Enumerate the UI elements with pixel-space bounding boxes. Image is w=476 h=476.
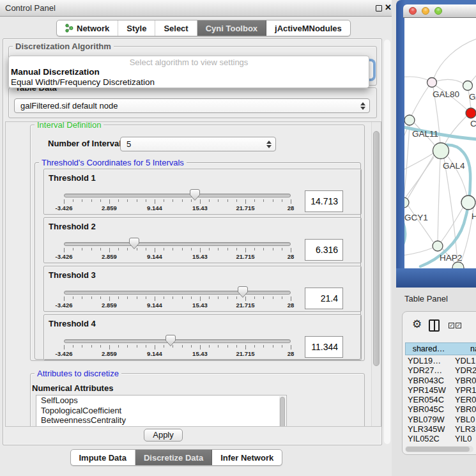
tab-jactivemnodules[interactable]: jActiveMNodules (266, 20, 350, 36)
close-icon[interactable]: ✕ (385, 3, 392, 12)
network-icon (65, 24, 73, 33)
tab-impute-data[interactable]: Impute Data (71, 450, 135, 465)
threshold-slider-track[interactable] (64, 291, 291, 295)
network-node[interactable] (427, 78, 437, 88)
list-scrollbar[interactable] (279, 396, 286, 427)
network-edge[interactable] (404, 248, 433, 256)
network-edge[interactable] (411, 86, 429, 116)
zoom-traffic-light-icon[interactable] (434, 7, 442, 15)
float-icon[interactable] (376, 5, 382, 12)
panel-edge-highlight (384, 40, 390, 444)
network-edge[interactable] (404, 153, 433, 171)
network-edge[interactable] (471, 72, 476, 82)
table-row[interactable]: YBL079WYBL0 (405, 415, 476, 424)
tab-label: Discretize Data (144, 453, 203, 463)
control-panel-titlebar: Control Panel ✕ (0, 0, 392, 17)
threshold-slider-thumb[interactable] (238, 286, 248, 298)
scrollbar-thumb[interactable] (373, 131, 380, 366)
threshold-value-field[interactable]: 21.4 (305, 288, 343, 309)
table-data-combobox-value: galFiltered.sif default node (20, 101, 118, 111)
table-row[interactable]: YBR043CYBR0 (405, 376, 476, 385)
table-row[interactable]: YPR145WYPR1 (405, 385, 476, 395)
network-edge[interactable] (404, 77, 427, 80)
network-window-titlebar[interactable] (403, 4, 476, 18)
attribute-list-item[interactable]: BetweennessCentrality (36, 415, 286, 426)
threshold-panel: Threshold 2-3.4262.8599.14415.4321.71528… (43, 217, 362, 263)
select-all-checkbox-icon[interactable]: ✓ (449, 323, 454, 328)
table-data-combobox[interactable]: galFiltered.sif default node (14, 98, 370, 113)
tab-infer-network[interactable]: Infer Network (212, 450, 282, 465)
minimize-traffic-light-icon[interactable] (422, 7, 429, 15)
table-row[interactable]: YER054CYER0 (405, 395, 476, 404)
network-node[interactable] (433, 241, 443, 251)
tab-cyni-toolbox[interactable]: Cyni Toolbox (197, 20, 266, 36)
numerical-attributes-list[interactable]: SelfLoopsTopologicalCoefficientBetweenne… (36, 395, 287, 427)
network-node[interactable] (404, 115, 415, 125)
network-edge[interactable] (438, 159, 440, 241)
network-node[interactable] (461, 196, 475, 210)
algorithm-option[interactable]: Manual Discretization (11, 67, 100, 77)
tab-label: Impute Data (79, 453, 127, 463)
threshold-label: Threshold 3 (49, 270, 96, 280)
network-node[interactable] (433, 143, 449, 159)
number-of-intervals-combobox[interactable]: 5 (120, 137, 276, 151)
network-edge[interactable] (445, 116, 466, 144)
network-edge[interactable] (436, 79, 463, 84)
slider-ticks (64, 199, 291, 204)
table-row[interactable]: YBR045CYBR0 (405, 404, 476, 414)
node-table: YDL19…YDL1YDR27…YDR2YBR043CYBR0YPR145WYP… (405, 356, 476, 443)
control-panel-window: Control Panel ✕ NetworkStyleSelectCyni T… (0, 0, 392, 476)
gear-icon[interactable]: ⚙ (412, 318, 422, 331)
interval-definition-group: Interval Definition Number of Intervals … (30, 125, 365, 361)
threshold-slider-track[interactable] (64, 339, 291, 343)
threshold-value-field[interactable]: 11.344 (305, 336, 343, 358)
table-column-header-name[interactable]: name (452, 342, 476, 355)
table-row[interactable]: YLR345WYLR3 (405, 424, 476, 434)
threshold-slider-thumb[interactable] (129, 238, 139, 249)
tab-network[interactable]: Network (57, 20, 118, 36)
threshold-label: Threshold 1 (49, 173, 96, 183)
tab-style[interactable]: Style (118, 20, 155, 36)
table-horizontal-scrollbar[interactable] (405, 446, 473, 452)
slider-tick-labels: -3.4262.8599.14415.4321.71528 (64, 204, 291, 212)
table-column-header-shared[interactable]: shared… (405, 342, 452, 355)
table-row[interactable]: YIL052CYIL0 (405, 434, 476, 443)
deselect-all-checkbox-icon[interactable]: ✓ (456, 323, 461, 328)
apply-button[interactable]: Apply (144, 429, 183, 441)
attribute-list-item[interactable]: TopologicalCoefficient (36, 406, 286, 416)
network-edge[interactable] (434, 39, 476, 78)
table-row[interactable]: YDL19…YDL1 (405, 356, 476, 365)
threshold-panel: Threshold 3-3.4262.8599.14415.4321.71528… (43, 266, 362, 312)
close-traffic-light-icon[interactable] (409, 7, 417, 15)
combo-stepper-icon (266, 141, 271, 148)
columns-icon[interactable] (429, 319, 440, 332)
network-canvas[interactable]: GAL80GACGAL11GAL4GCY1HHAP2 (404, 18, 476, 268)
attribute-list-item[interactable]: SelfLoops (36, 395, 286, 406)
cell-name: YDR2 (455, 365, 476, 375)
algorithm-option[interactable]: Equal Width/Frequency Discretization (11, 77, 155, 87)
tab-select[interactable]: Select (155, 20, 197, 36)
network-edge[interactable] (408, 206, 433, 242)
cell-shared-name: YER054C (408, 395, 444, 404)
threshold-slider-track[interactable] (64, 194, 291, 197)
top-tab-bar: NetworkStyleSelectCyni ToolboxjActiveMNo… (56, 20, 351, 36)
cell-name: YER0 (455, 395, 476, 404)
number-of-intervals-label: Number of Intervals (48, 139, 126, 148)
network-node-label: GAL4 (443, 161, 465, 171)
vertical-scrollbar[interactable] (371, 122, 381, 426)
network-node-label: GCY1 (404, 213, 428, 222)
cell-shared-name: YDR27… (408, 365, 442, 375)
cell-name: YIL0 (455, 434, 472, 443)
slider-ticks (64, 248, 291, 253)
threshold-value-field[interactable]: 14.713 (305, 190, 343, 212)
network-node[interactable] (463, 81, 473, 91)
tab-discretize-data[interactable]: Discretize Data (135, 450, 212, 465)
threshold-value-field[interactable]: 6.316 (305, 239, 343, 261)
threshold-slider-track[interactable] (64, 242, 291, 246)
threshold-label: Threshold 2 (49, 222, 96, 231)
threshold-slider-thumb[interactable] (165, 335, 176, 346)
table-row[interactable]: YDR27…YDR2 (405, 365, 476, 375)
network-node[interactable] (466, 108, 476, 118)
network-node[interactable] (452, 262, 464, 268)
threshold-slider-thumb[interactable] (190, 189, 200, 201)
